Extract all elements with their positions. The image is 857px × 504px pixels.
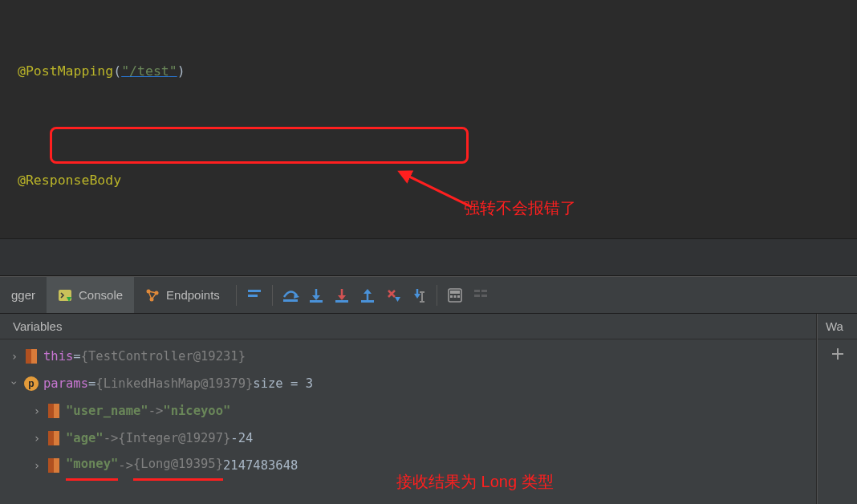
- map-object: {Integer@19297}: [118, 425, 230, 452]
- svg-rect-28: [450, 291, 460, 294]
- code-line[interactable]: @ResponseBody: [18, 167, 857, 194]
- console-icon: [58, 288, 72, 303]
- var-object: {LinkedHashMap@19379}: [95, 370, 253, 397]
- var-tail: size = 3: [253, 370, 313, 397]
- variables-header-label: Variables: [13, 319, 62, 333]
- field-bars-icon: [24, 349, 39, 364]
- tree-row-this[interactable]: › this = {TestController@19231}: [0, 343, 816, 370]
- variables-tree[interactable]: › this = {TestController@19231} › p para…: [0, 339, 816, 479]
- watches-header-label: Wa: [826, 319, 843, 333]
- watches-header: Wa: [818, 314, 857, 339]
- string-literal: "/test": [121, 63, 177, 79]
- expand-arrow-icon[interactable]: ›: [29, 425, 45, 452]
- watches-panel: Wa: [817, 314, 857, 504]
- variables-left: Variables › this = {TestController@19231…: [0, 314, 817, 504]
- toolbar-separator: [437, 285, 437, 306]
- toolbar-separator: [272, 285, 273, 306]
- drop-frame-icon[interactable]: [380, 277, 406, 313]
- run-to-cursor-icon[interactable]: [406, 277, 432, 313]
- variables-panel: Variables › this = {TestController@19231…: [0, 314, 857, 504]
- step-over-icon[interactable]: [278, 277, 303, 313]
- expand-arrow-icon[interactable]: ›: [6, 343, 22, 370]
- force-step-into-icon[interactable]: [329, 277, 355, 313]
- map-value: "niceyoo": [163, 397, 230, 425]
- svg-rect-35: [481, 295, 487, 297]
- tab-console[interactable]: Console: [47, 277, 134, 313]
- svg-rect-9: [283, 299, 298, 302]
- tree-row-money[interactable]: › "money" -> {Long@19395} 2147483648: [0, 452, 816, 479]
- svg-rect-34: [474, 295, 480, 297]
- map-object: {Long@19395}: [133, 450, 223, 481]
- field-bars-icon: [47, 431, 61, 445]
- map-key: "user_name": [66, 397, 148, 425]
- svg-marker-22: [414, 294, 420, 299]
- map-value: 2147483648: [223, 452, 298, 479]
- map-key: "age": [66, 425, 104, 452]
- svg-rect-12: [310, 300, 323, 303]
- evaluate-expression-icon[interactable]: [442, 277, 468, 313]
- trace-current-stream-chain-icon: [468, 277, 493, 313]
- map-value: -24: [230, 425, 253, 452]
- tab-endpoints[interactable]: Endpoints: [134, 277, 231, 313]
- code-line[interactable]: @PostMapping("/test"): [18, 58, 857, 85]
- var-name: params: [43, 370, 88, 397]
- svg-rect-30: [453, 295, 456, 298]
- step-out-icon[interactable]: [355, 277, 380, 313]
- svg-marker-11: [312, 295, 320, 300]
- show-execution-point-icon[interactable]: [242, 277, 267, 313]
- svg-rect-32: [474, 290, 480, 292]
- annotation: @ResponseBody: [18, 173, 121, 188]
- paren: (: [113, 63, 121, 79]
- svg-rect-31: [457, 295, 460, 298]
- panel-divider[interactable]: [0, 238, 857, 276]
- tab-debugger[interactable]: gger: [0, 277, 47, 313]
- expand-arrow-icon[interactable]: ›: [29, 452, 45, 479]
- plus-icon: [831, 348, 844, 360]
- tree-row-user-name[interactable]: › "user_name" -> "niceyoo": [0, 397, 816, 425]
- debug-toolbar: gger Console Endpoints: [0, 276, 857, 314]
- svg-rect-18: [361, 300, 374, 303]
- var-object: {TestController@19231}: [81, 343, 246, 370]
- endpoints-icon: [145, 288, 160, 303]
- variables-header: Variables: [0, 314, 816, 339]
- svg-marker-14: [338, 295, 346, 300]
- collapse-arrow-icon[interactable]: ›: [1, 375, 28, 391]
- tab-label: Console: [79, 288, 123, 302]
- svg-rect-6: [248, 295, 258, 297]
- svg-rect-7: [248, 290, 261, 292]
- tree-row-params[interactable]: › p params = {LinkedHashMap@19379} size …: [0, 370, 816, 397]
- add-watch-button[interactable]: [818, 339, 857, 368]
- svg-marker-17: [364, 289, 372, 294]
- var-name: this: [43, 343, 73, 370]
- map-key: "money": [66, 450, 118, 481]
- svg-rect-15: [335, 300, 348, 303]
- paren: ): [177, 63, 185, 79]
- annotation: @PostMapping: [18, 63, 113, 79]
- svg-rect-29: [450, 295, 453, 298]
- svg-rect-33: [481, 290, 487, 292]
- field-bars-icon: [47, 404, 61, 418]
- svg-marker-21: [395, 297, 400, 302]
- tree-row-age[interactable]: › "age" -> {Integer@19297} -24: [0, 425, 816, 452]
- tab-label: gger: [11, 288, 35, 302]
- expand-arrow-icon[interactable]: ›: [29, 397, 45, 425]
- toolbar-separator: [236, 285, 237, 306]
- step-into-icon[interactable]: [303, 277, 329, 313]
- field-bars-icon: [47, 458, 61, 473]
- tab-label: Endpoints: [166, 288, 220, 302]
